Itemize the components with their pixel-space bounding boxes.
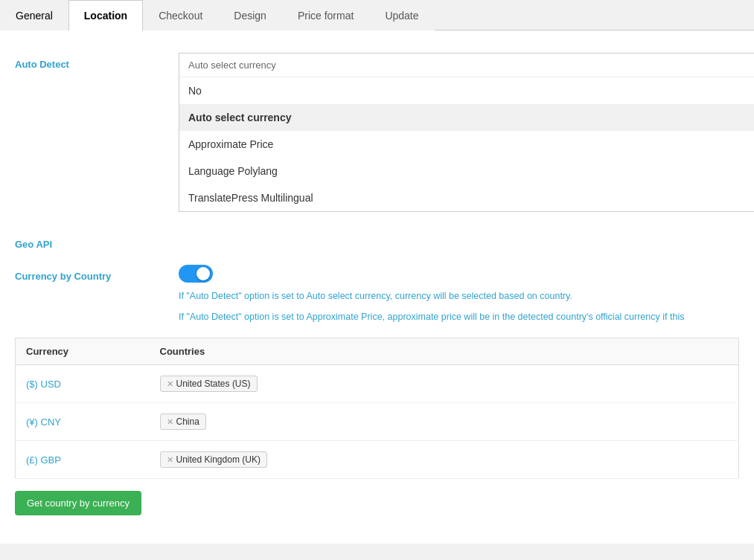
country-tag[interactable]: ✕China: [160, 413, 206, 430]
geo-api-row: Geo API: [15, 233, 739, 250]
dropdown-option-auto-select[interactable]: Auto select currency: [179, 104, 754, 131]
currency-cell: (£) GBP: [16, 441, 150, 479]
geo-api-label: Geo API: [15, 233, 179, 250]
tab-checkout[interactable]: Checkout: [143, 0, 218, 30]
col-countries: Countries: [150, 338, 739, 365]
table-row: (¥) CNY✕China: [16, 403, 739, 441]
currency-cell: (¥) CNY: [16, 403, 150, 441]
currency-table: Currency Countries ($) USD✕United States…: [15, 338, 739, 479]
dropdown-header: Auto select currency: [179, 54, 754, 77]
auto-detect-dropdown[interactable]: Auto select currency No Auto select curr…: [179, 53, 754, 212]
currency-by-country-toggle[interactable]: [179, 265, 213, 283]
countries-cell: ✕United Kingdom (UK): [150, 441, 739, 479]
tab-price-format[interactable]: Price format: [282, 0, 369, 30]
auto-detect-label: Auto Detect: [15, 53, 179, 70]
toggle-thumb: [197, 267, 210, 280]
currency-by-country-row: Currency by Country If "Auto Detect" opt…: [15, 265, 739, 324]
tab-general[interactable]: General: [0, 0, 68, 30]
tabs-bar: General Location Checkout Design Price f…: [0, 0, 754, 30]
info-text-1: If "Auto Detect" option is set to Auto s…: [179, 289, 739, 303]
dropdown-option-no[interactable]: No: [179, 77, 754, 104]
auto-detect-control: Auto select currency No Auto select curr…: [179, 53, 754, 212]
tab-location[interactable]: Location: [68, 0, 143, 30]
info-text-2: If "Auto Detect" option is set to Approx…: [179, 309, 739, 324]
dropdown-option-approximate[interactable]: Approximate Price: [179, 131, 754, 158]
dropdown-open-list: Auto select currency No Auto select curr…: [179, 53, 754, 212]
table-header-row: Currency Countries: [16, 338, 739, 365]
content-area: Auto Detect Auto select currency No Auto…: [0, 30, 754, 544]
table-row: ($) USD✕United States (US): [16, 365, 739, 403]
tag-remove-icon[interactable]: ✕: [167, 379, 173, 389]
dropdown-option-polylang[interactable]: Language Polylang: [179, 158, 754, 184]
currency-table-wrapper: Currency Countries ($) USD✕United States…: [15, 338, 739, 515]
currency-by-country-label: Currency by Country: [15, 265, 179, 282]
countries-cell: ✕United States (US): [150, 365, 739, 403]
tag-remove-icon[interactable]: ✕: [167, 417, 173, 427]
countries-cell: ✕China: [150, 403, 739, 441]
currency-by-country-control: If "Auto Detect" option is set to Auto s…: [179, 265, 739, 324]
get-country-button[interactable]: Get country by currency: [15, 491, 141, 515]
currency-cell: ($) USD: [16, 365, 150, 403]
country-tag[interactable]: ✕United States (US): [160, 376, 258, 392]
auto-detect-row: Auto Detect Auto select currency No Auto…: [15, 53, 739, 212]
tab-design[interactable]: Design: [218, 0, 282, 30]
col-currency: Currency: [16, 338, 150, 365]
table-row: (£) GBP✕United Kingdom (UK): [16, 441, 739, 479]
dropdown-option-translatepress[interactable]: TranslatePress Multilingual: [179, 184, 754, 211]
country-tag[interactable]: ✕United Kingdom (UK): [160, 451, 267, 468]
tag-remove-icon[interactable]: ✕: [167, 455, 173, 465]
toggle-wrap: [179, 265, 739, 283]
tab-update[interactable]: Update: [369, 0, 434, 30]
